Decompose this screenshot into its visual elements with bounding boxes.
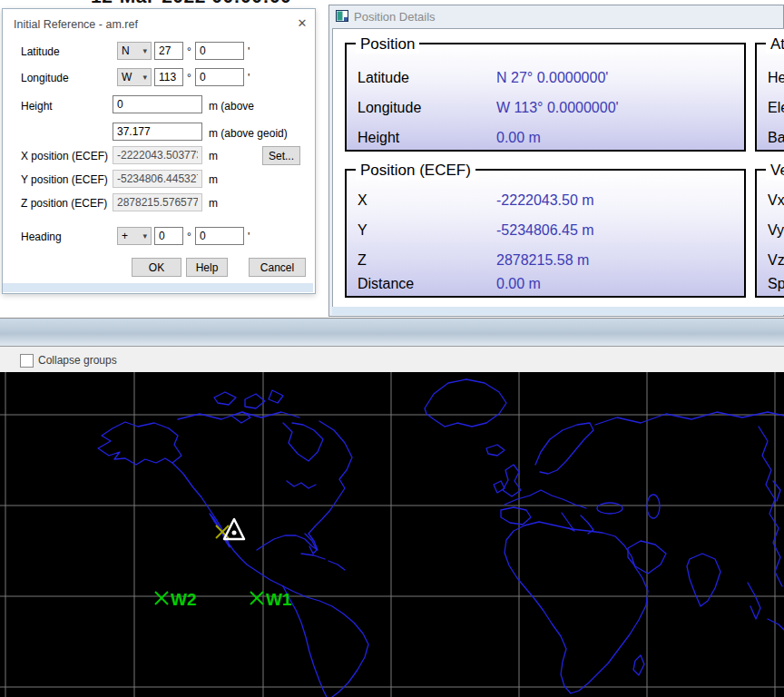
chevron-down-icon: ▾	[142, 73, 147, 82]
help-button[interactable]: Help	[186, 258, 228, 277]
height-input[interactable]	[113, 95, 202, 113]
window-icon	[336, 10, 348, 22]
row-value: -5234806.45 m	[496, 222, 594, 239]
x-ecef-unit: m	[209, 150, 218, 162]
latitude-minutes-input[interactable]	[195, 42, 244, 60]
waypoint-w1-label: W1	[266, 590, 292, 609]
position-details-title: Position Details	[354, 10, 436, 24]
clipped-datetime-display: 12-Mar-2022 00:00:00	[91, 0, 336, 7]
position-group: Position Latitude N 27° 0.0000000' Longi…	[345, 43, 746, 152]
position-ecef-group: Position (ECEF) X -2222043.50 m Y -52348…	[345, 169, 746, 298]
y-ecef-field	[113, 170, 202, 188]
row-value: 2878215.58 m	[496, 252, 589, 269]
row-value: 0.00 m	[496, 130, 541, 146]
height-geoid-unit: m (above geoid)	[209, 127, 288, 140]
y-ecef-label: Y position (ECEF)	[21, 173, 108, 186]
row-label: Vy	[768, 222, 784, 239]
longitude-hemisphere-value: W	[122, 71, 132, 83]
waypoint-w1-marker[interactable]: W1	[250, 590, 292, 609]
z-ecef-label: Z position (ECEF)	[21, 197, 107, 210]
row-value: W 113° 0.0000000'	[496, 100, 619, 116]
latitude-degrees-input[interactable]	[154, 42, 183, 60]
row-label: Longitude	[358, 100, 421, 116]
z-ecef-unit: m	[209, 197, 218, 210]
chevron-down-icon: ▾	[142, 46, 147, 55]
height-unit: m (above	[209, 100, 254, 113]
map-grid	[0, 372, 784, 697]
screen: 12-Mar-2022 00:00:00 Initial Reference -…	[0, 0, 784, 697]
heading-minutes-input[interactable]	[195, 227, 244, 245]
initial-reference-dialog: Initial Reference - am.ref ✕ Latitude N …	[2, 8, 316, 294]
heading-minute-symbol: '	[248, 231, 250, 243]
close-icon[interactable]: ✕	[293, 15, 311, 32]
row-label: Z	[358, 252, 367, 269]
waypoint-w2-label: W2	[171, 590, 197, 609]
row-label: Hea	[768, 70, 784, 86]
position-details-bottom-strip	[332, 307, 784, 315]
cancel-button[interactable]: Cancel	[249, 258, 306, 277]
longitude-minute-symbol: '	[248, 72, 250, 84]
ok-button[interactable]: OK	[132, 258, 181, 277]
row-value: -2222043.50 m	[496, 192, 594, 209]
heading-sign-select[interactable]: + ▾	[117, 227, 152, 245]
heading-label: Heading	[21, 231, 62, 243]
velocity-group-partial: Velo Vx Vy Vz Spe	[755, 169, 784, 298]
latitude-degree-symbol: °	[187, 45, 191, 58]
row-label: X	[358, 192, 368, 209]
attitude-group-partial: Atti Hea Elev Ban	[755, 43, 784, 152]
row-label: Vz	[768, 252, 784, 269]
world-map-view[interactable]: W2 W1	[0, 372, 784, 697]
longitude-label: Longitude	[21, 72, 69, 84]
collapse-groups-label: Collapse groups	[38, 354, 117, 367]
latitude-label: Latitude	[21, 45, 60, 58]
z-ecef-field	[113, 193, 202, 211]
row-label: Elev	[768, 100, 784, 116]
row-label: Ban	[768, 130, 784, 146]
set-button[interactable]: Set...	[262, 146, 300, 165]
row-label: Vx	[768, 192, 784, 209]
waypoint-w2-marker[interactable]: W2	[155, 590, 197, 609]
world-map-svg: W2 W1	[0, 372, 784, 697]
x-ecef-label: X position (ECEF)	[21, 150, 108, 162]
y-ecef-unit: m	[209, 173, 218, 186]
longitude-minutes-input[interactable]	[195, 68, 244, 86]
row-label: Y	[358, 222, 368, 239]
position-group-title: Position	[356, 35, 419, 54]
row-value: 0.00 m	[496, 276, 541, 292]
chevron-down-icon: ▾	[142, 231, 147, 241]
dialog-bottom-strip	[3, 283, 313, 292]
row-label: Height	[358, 130, 399, 146]
velocity-group-title: Velo	[766, 162, 784, 180]
dialog-title: Initial Reference - am.ref	[14, 18, 138, 31]
attitude-group-title: Atti	[766, 35, 784, 54]
longitude-hemisphere-select[interactable]: W ▾	[117, 68, 152, 86]
map-toolbar-strip	[0, 347, 784, 372]
height-label: Height	[21, 100, 53, 113]
heading-sign-value: +	[122, 230, 128, 242]
row-label: Distance	[358, 276, 414, 292]
row-value: N 27° 0.0000000'	[496, 70, 608, 86]
position-ecef-group-title: Position (ECEF)	[356, 162, 475, 180]
x-ecef-field	[113, 146, 202, 164]
longitude-degree-symbol: °	[187, 72, 191, 84]
row-label: Spe	[768, 276, 784, 292]
longitude-degrees-input[interactable]	[154, 68, 183, 86]
height-geoid-input[interactable]	[113, 123, 202, 141]
map-window-titlebar-band	[0, 319, 784, 346]
latitude-hemisphere-select[interactable]: N ▾	[117, 42, 152, 60]
latitude-hemisphere-value: N	[122, 44, 130, 57]
latitude-minute-symbol: '	[248, 45, 250, 58]
row-label: Latitude	[358, 70, 409, 86]
heading-degrees-input[interactable]	[154, 227, 183, 245]
heading-degree-symbol: °	[187, 231, 191, 243]
coastlines	[98, 379, 784, 697]
collapse-groups-checkbox[interactable]	[20, 354, 34, 368]
